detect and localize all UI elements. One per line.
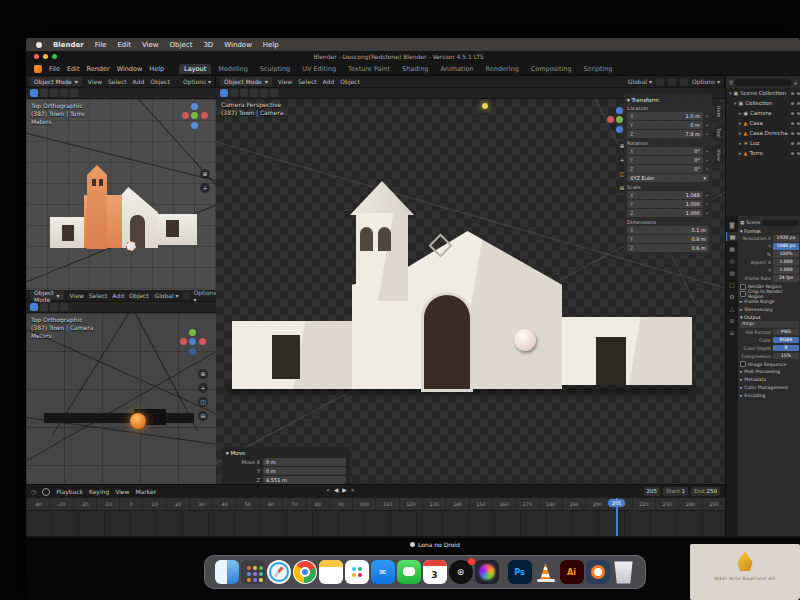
dock-app-icon[interactable]	[612, 560, 636, 584]
outliner-row[interactable]: ▸ ▲ Casa Derecha	[726, 128, 800, 138]
frame-end-field[interactable]: End250	[691, 487, 720, 496]
timeline-menu-item[interactable]: View	[115, 488, 129, 495]
rotation-field[interactable]: Z0°	[627, 165, 703, 173]
workspace-tab[interactable]: Shading	[397, 64, 433, 74]
pan-hand-icon[interactable]: +	[200, 183, 210, 193]
location-field[interactable]: Y0 m	[627, 121, 703, 129]
workspace-tab[interactable]: Modeling	[213, 64, 253, 74]
transform-tool-icon[interactable]	[270, 89, 278, 97]
cursor-tool-icon[interactable]	[40, 303, 48, 311]
viewport-menu-item[interactable]: Select	[298, 78, 317, 85]
collapsed-section-header[interactable]: ▸Color Management	[740, 384, 799, 392]
workspace-tab[interactable]: Compositing	[526, 64, 577, 74]
animate-decorator-icon[interactable]: •	[705, 167, 709, 172]
move-tool-icon[interactable]	[50, 303, 58, 311]
rotation-field[interactable]: X0°	[627, 147, 703, 155]
transport-button[interactable]: ◀	[334, 486, 339, 493]
hide-eye-toggle[interactable]	[791, 132, 794, 135]
dock-app-icon[interactable]	[397, 560, 421, 584]
proportional-edit-icon[interactable]	[668, 78, 676, 86]
viewport-menu-item[interactable]: Add	[112, 292, 124, 299]
output-section-header[interactable]: ▾ Output	[740, 315, 799, 320]
cursor-tool-icon[interactable]	[230, 89, 238, 97]
snap-magnet-icon[interactable]	[183, 292, 190, 300]
minimize-window-button[interactable]	[43, 54, 48, 59]
image-sequence-checkbox[interactable]: Image Sequence	[740, 361, 799, 368]
outliner-row[interactable]: ▾ ▣ Scene Collection	[726, 88, 800, 98]
checkbox-icon[interactable]	[740, 361, 746, 367]
location-field[interactable]: X1.0 m	[627, 112, 703, 120]
apple-menu-icon[interactable]	[36, 42, 42, 48]
sidebar-tab[interactable]: Tool	[715, 124, 723, 142]
sidebar-tab[interactable]: View	[715, 145, 723, 165]
orientation-dropdown[interactable]: Global ▾	[155, 292, 179, 299]
cursor-tool-icon[interactable]	[40, 89, 48, 97]
navigation-gizmo[interactable]	[182, 103, 208, 129]
rotate-tool-icon[interactable]	[60, 89, 68, 97]
dock-app-icon[interactable]: ⊛	[449, 560, 473, 584]
blender-logo-icon[interactable]	[34, 65, 42, 73]
workspace-tab[interactable]: Rendering	[481, 64, 524, 74]
rotation-field[interactable]: Y0°	[627, 156, 703, 164]
timeline-tracks[interactable]	[26, 511, 725, 537]
topbar-menu-item[interactable]: Window	[117, 65, 143, 73]
zoom-icon[interactable]: ⊕	[198, 369, 208, 379]
disclosure-icon[interactable]: ▸	[739, 110, 742, 116]
navigation-gizmo[interactable]	[180, 329, 206, 355]
shading-mode-icon[interactable]	[680, 78, 688, 86]
properties-tab-icon[interactable]: ◙	[726, 220, 738, 229]
timeline-menu-item[interactable]: Playback	[56, 488, 83, 495]
viewport-menu-item[interactable]: Select	[89, 292, 108, 299]
frame-start-field[interactable]: Start1	[663, 487, 688, 496]
collapsed-section-header[interactable]: ▸Stereoscopy	[740, 305, 799, 313]
macos-menu-item[interactable]: View	[142, 41, 159, 49]
disclosure-icon[interactable]: ▸	[739, 140, 742, 146]
dock-app-icon[interactable]	[586, 560, 610, 584]
topbar-menu-item[interactable]: Help	[149, 65, 164, 73]
select-tool-icon[interactable]	[220, 89, 228, 97]
workspace-tab[interactable]: Texture Paint	[343, 64, 395, 74]
properties-tab-icon[interactable]: ≡	[726, 328, 738, 337]
move-panel-title[interactable]: ▾ Move	[226, 450, 346, 456]
playhead-frame-badge[interactable]: 205	[608, 499, 625, 507]
move-value-field[interactable]: 0 m	[263, 458, 346, 466]
animate-decorator-icon[interactable]: •	[705, 158, 709, 163]
format-value-field[interactable]: 1080 px	[773, 243, 799, 250]
output-value-field[interactable]: PNG	[773, 329, 799, 336]
workspace-tab[interactable]: Sculpting	[255, 64, 295, 74]
mode-dropdown[interactable]: Object Mode▾	[30, 291, 64, 300]
dock-app-icon[interactable]	[345, 560, 369, 584]
properties-tab-icon[interactable]: □	[726, 280, 738, 289]
animate-decorator-icon[interactable]: •	[705, 132, 709, 137]
outliner-row[interactable]: ▸ ▲ Casa	[726, 118, 800, 128]
animate-decorator-icon[interactable]: •	[705, 123, 709, 128]
outliner-row[interactable]: ▾ ▣ Collection	[726, 98, 800, 108]
outliner-row[interactable]: ▸ ◉ Camera	[726, 108, 800, 118]
outliner-search-input[interactable]	[735, 79, 791, 86]
grid-view-icon[interactable]: ⊞	[198, 411, 208, 421]
dock-app-icon[interactable]: 3	[423, 560, 447, 584]
timeline-menu-item[interactable]: Keying	[89, 488, 109, 495]
macos-menu-item[interactable]: Edit	[117, 41, 131, 49]
move-tool-icon[interactable]	[240, 89, 248, 97]
output-value-field[interactable]: RGBA	[773, 337, 799, 344]
mode-dropdown[interactable]: Object Mode▾	[30, 77, 82, 86]
options-dropdown[interactable]: Options ▾	[692, 78, 720, 85]
topbar-menu-item[interactable]: File	[49, 65, 60, 73]
workspace-tab[interactable]: UV Editing	[297, 64, 341, 74]
viewport-top-canvas[interactable]: Top Orthographic(387) Town | TorreMeters	[26, 99, 216, 290]
workspace-tab[interactable]: Animation	[435, 64, 478, 74]
dock-app-icon[interactable]	[534, 560, 558, 584]
viewport-menu-item[interactable]: View	[88, 78, 102, 85]
dimensions-field[interactable]: Z0.6 m	[627, 244, 709, 252]
close-window-button[interactable]	[34, 54, 39, 59]
dimensions-field[interactable]: X5.1 m	[627, 226, 709, 234]
format-value-field[interactable]: 1920 px	[773, 235, 799, 242]
viewport-menu-item[interactable]: Object	[150, 78, 170, 85]
disclosure-icon[interactable]: ▸	[739, 120, 742, 126]
viewport-menu-item[interactable]: Object	[340, 78, 360, 85]
properties-tab-icon[interactable]: ⊚	[726, 316, 738, 325]
transport-button[interactable]: «	[326, 486, 330, 493]
orientation-dropdown[interactable]: Global ▾	[628, 78, 652, 85]
snap-magnet-icon[interactable]	[656, 78, 664, 86]
